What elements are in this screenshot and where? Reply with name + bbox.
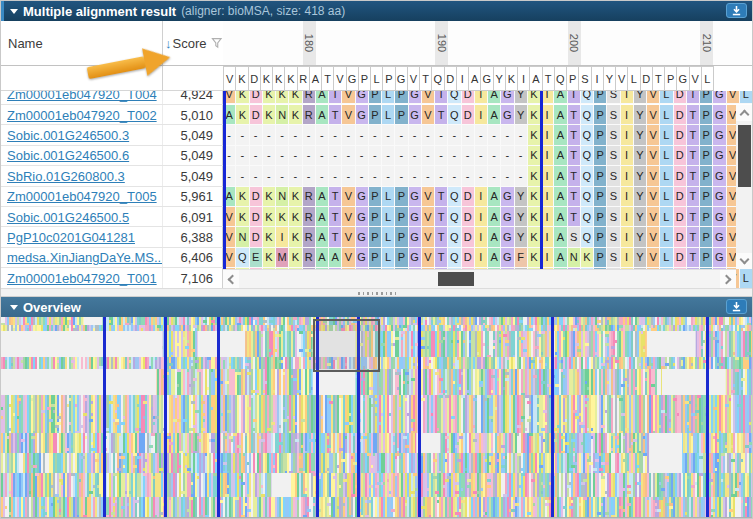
residue-cell[interactable]: I bbox=[541, 166, 554, 186]
residue-cell[interactable]: G bbox=[409, 227, 422, 247]
residue-cell[interactable]: T bbox=[568, 91, 581, 104]
residue-cell[interactable]: L bbox=[382, 207, 395, 227]
residue-cell[interactable]: P bbox=[700, 166, 713, 186]
residue-cell[interactable]: G bbox=[501, 207, 514, 227]
residue-cell[interactable]: - bbox=[422, 146, 435, 166]
residue-cell[interactable]: G bbox=[356, 105, 369, 125]
residue-cell[interactable]: - bbox=[515, 146, 528, 166]
residue-cell[interactable]: - bbox=[316, 125, 329, 145]
residue-cell[interactable]: - bbox=[276, 166, 289, 186]
residue-cell[interactable]: Q bbox=[581, 125, 594, 145]
residue-cell[interactable]: L bbox=[660, 91, 673, 104]
residue-cell[interactable]: - bbox=[382, 146, 395, 166]
residue-cell[interactable]: D bbox=[462, 91, 475, 104]
scroll-left-button[interactable] bbox=[223, 270, 239, 288]
residue-cell[interactable]: - bbox=[303, 125, 316, 145]
residue-cell[interactable]: - bbox=[382, 166, 395, 186]
residue-cell[interactable]: L bbox=[660, 187, 673, 207]
residue-cell[interactable]: - bbox=[448, 125, 461, 145]
residue-cell[interactable]: - bbox=[276, 125, 289, 145]
residue-cell[interactable]: P bbox=[700, 125, 713, 145]
residue-cell[interactable]: V bbox=[342, 207, 355, 227]
table-row[interactable]: Zm00001eb047920_T0025,010 bbox=[1, 105, 223, 125]
residue-cell[interactable]: Y bbox=[634, 248, 647, 268]
residue-cell[interactable]: - bbox=[395, 125, 408, 145]
residue-cell[interactable]: Q bbox=[581, 207, 594, 227]
residue-cell[interactable]: T bbox=[568, 146, 581, 166]
table-row[interactable]: PgP10c0201G0412816,388 bbox=[1, 227, 223, 247]
residue-cell[interactable]: - bbox=[250, 146, 263, 166]
residue-cell[interactable]: I bbox=[276, 227, 289, 247]
residue-cell[interactable]: - bbox=[356, 166, 369, 186]
residue-cell[interactable]: P bbox=[594, 146, 607, 166]
residue-cell[interactable]: T bbox=[687, 105, 700, 125]
residue-cell[interactable]: - bbox=[303, 166, 316, 186]
residue-cell[interactable]: N bbox=[568, 248, 581, 268]
residue-cell[interactable]: Q bbox=[581, 91, 594, 104]
residue-cell[interactable]: P bbox=[369, 207, 382, 227]
residue-cell[interactable]: S bbox=[568, 227, 581, 247]
residue-cell[interactable]: G bbox=[356, 187, 369, 207]
residue-cell[interactable]: T bbox=[687, 125, 700, 145]
residue-cell[interactable]: P bbox=[395, 248, 408, 268]
residue-cell[interactable]: - bbox=[263, 125, 276, 145]
residue-cell[interactable]: T bbox=[687, 166, 700, 186]
residue-cell[interactable]: L bbox=[740, 91, 752, 104]
residue-cell[interactable]: N bbox=[236, 227, 249, 247]
residue-cell[interactable]: I bbox=[541, 146, 554, 166]
residue-cell[interactable]: D bbox=[674, 105, 687, 125]
residue-cell[interactable]: - bbox=[369, 146, 382, 166]
residue-cell[interactable]: T bbox=[568, 125, 581, 145]
residue-cell[interactable]: T bbox=[568, 105, 581, 125]
sequence-name-link[interactable]: Zm00001eb047920_T001 bbox=[7, 271, 157, 286]
residue-cell[interactable]: I bbox=[475, 207, 488, 227]
residue-cell[interactable]: - bbox=[422, 166, 435, 186]
residue-cell[interactable]: S bbox=[607, 207, 620, 227]
residue-cell[interactable]: L bbox=[660, 125, 673, 145]
overview-viewport-box[interactable] bbox=[313, 319, 380, 372]
download-button[interactable] bbox=[726, 3, 747, 18]
residue-cell[interactable]: K bbox=[289, 187, 302, 207]
residue-cell[interactable]: Q bbox=[581, 187, 594, 207]
table-row[interactable]: Zm00001eb047920_T0055,961 bbox=[1, 187, 223, 207]
residue-cell[interactable]: G bbox=[501, 105, 514, 125]
residue-cell[interactable]: - bbox=[409, 146, 422, 166]
residue-cell[interactable]: Q bbox=[581, 227, 594, 247]
residue-cell[interactable]: D bbox=[462, 105, 475, 125]
residue-cell[interactable]: Q bbox=[448, 227, 461, 247]
residue-cell[interactable]: - bbox=[369, 125, 382, 145]
residue-cell[interactable]: A bbox=[554, 125, 567, 145]
residue-cell[interactable]: G bbox=[356, 91, 369, 104]
residue-cell[interactable]: R bbox=[303, 248, 316, 268]
residue-cell[interactable]: V bbox=[422, 248, 435, 268]
residue-cell[interactable]: K bbox=[289, 91, 302, 104]
sequence-name-link[interactable]: Zm00001eb047920_T005 bbox=[7, 189, 157, 204]
residue-cell[interactable]: T bbox=[568, 207, 581, 227]
residue-cell[interactable]: I bbox=[621, 91, 634, 104]
residue-cell[interactable]: Q bbox=[236, 248, 249, 268]
residue-cell[interactable]: S bbox=[607, 227, 620, 247]
residue-cell[interactable]: Q bbox=[581, 166, 594, 186]
residue-cell[interactable]: - bbox=[356, 125, 369, 145]
residue-cell[interactable]: - bbox=[501, 146, 514, 166]
residue-cell[interactable]: Y bbox=[634, 227, 647, 247]
residue-cell[interactable]: I bbox=[541, 91, 554, 104]
residue-cell[interactable]: I bbox=[541, 207, 554, 227]
residue-cell[interactable]: - bbox=[475, 166, 488, 186]
residue-cell[interactable]: V bbox=[647, 166, 660, 186]
residue-cell[interactable]: K bbox=[581, 248, 594, 268]
residue-cell[interactable]: Y bbox=[634, 166, 647, 186]
residue-cell[interactable]: S bbox=[607, 105, 620, 125]
residue-cell[interactable]: V bbox=[422, 105, 435, 125]
residue-cell[interactable]: G bbox=[409, 105, 422, 125]
residue-cell[interactable]: A bbox=[554, 166, 567, 186]
residue-cell[interactable]: Y bbox=[515, 105, 528, 125]
residue-cell[interactable]: A bbox=[554, 187, 567, 207]
table-row[interactable]: Zm00001eb047920_T0044,924 bbox=[1, 91, 223, 105]
residue-cell[interactable]: N bbox=[276, 187, 289, 207]
residue-cell[interactable]: A bbox=[488, 105, 501, 125]
residue-cell[interactable]: T bbox=[568, 187, 581, 207]
residue-cell[interactable]: T bbox=[329, 227, 342, 247]
scroll-right-button[interactable] bbox=[720, 270, 736, 288]
residue-cell[interactable]: T bbox=[435, 105, 448, 125]
